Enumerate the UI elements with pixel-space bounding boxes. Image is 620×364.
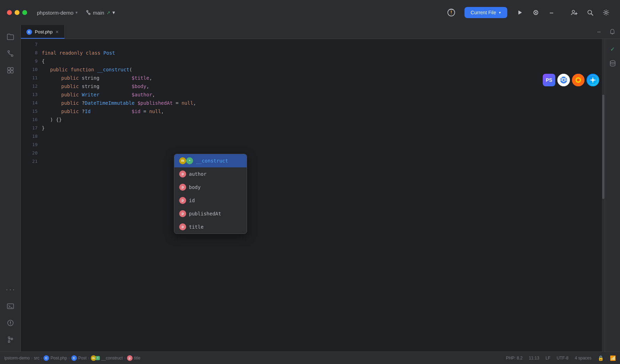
run-config-button[interactable]: Current File ▾ bbox=[464, 7, 507, 18]
status-path-src[interactable]: src bbox=[34, 356, 39, 361]
svg-point-6 bbox=[572, 10, 575, 13]
warning-icon bbox=[447, 8, 455, 17]
svg-rect-14 bbox=[11, 71, 13, 73]
debug-icon bbox=[533, 9, 539, 16]
status-bar: ipstorm-demo › src › C Post.php › C Post… bbox=[0, 351, 620, 364]
sidebar-item-terminal[interactable] bbox=[3, 299, 18, 314]
firefox-app-icon bbox=[572, 74, 585, 86]
settings-icon bbox=[603, 9, 610, 16]
svg-rect-12 bbox=[11, 68, 13, 70]
status-position[interactable]: 11:13 bbox=[529, 356, 539, 361]
search-button[interactable] bbox=[583, 6, 597, 19]
notification-bell-button[interactable] bbox=[605, 25, 620, 39]
tab-file-icon: C bbox=[26, 29, 32, 35]
status-path-project[interactable]: ipstorm-demo bbox=[4, 356, 30, 361]
status-indent[interactable]: 4 spaces bbox=[575, 356, 591, 361]
line-numbers: 7 8 9 10 11 💡 12 13 14 15 16 17 18 19 20 bbox=[21, 39, 42, 351]
status-encoding[interactable]: UTF-8 bbox=[557, 356, 569, 361]
phpstorm-icon-label: PS bbox=[546, 77, 553, 83]
code-line-14: public ?DateTimeImmutable $publishedAt =… bbox=[42, 99, 602, 107]
autocomplete-label-id: id bbox=[189, 196, 195, 205]
add-user-icon bbox=[571, 9, 578, 16]
checkmark-icon: ✓ bbox=[611, 45, 614, 53]
sidebar-item-git[interactable] bbox=[3, 332, 18, 347]
status-path-method[interactable]: __construct bbox=[101, 356, 123, 361]
status-lock-icon[interactable]: 🔒 bbox=[598, 355, 604, 361]
autocomplete-method-icon: m bbox=[179, 157, 186, 164]
svg-point-18 bbox=[8, 337, 10, 339]
autocomplete-visibility-icon: + bbox=[186, 157, 193, 164]
titlebar-right-icons bbox=[567, 6, 613, 19]
autocomplete-label-publishedat: publishedAt bbox=[189, 209, 221, 218]
autocomplete-label-body: body bbox=[189, 183, 201, 191]
autocomplete-item-title[interactable]: p title bbox=[174, 220, 247, 234]
tab-post-php[interactable]: C Post.php ✕ bbox=[21, 25, 65, 39]
autocomplete-item-publishedat[interactable]: p publishedAt bbox=[174, 207, 247, 220]
svg-point-19 bbox=[8, 341, 10, 343]
tab-bar-menu-button[interactable]: ⋯ bbox=[593, 25, 605, 39]
titlebar-actions: ⋯ bbox=[513, 6, 559, 19]
code-line-18 bbox=[42, 132, 602, 141]
tab-close-button[interactable]: ✕ bbox=[55, 30, 59, 34]
sidebar-item-folder[interactable] bbox=[3, 29, 18, 45]
debug-button[interactable] bbox=[529, 6, 543, 19]
status-php-version[interactable]: PHP: 8.2 bbox=[506, 356, 523, 361]
run-button[interactable] bbox=[513, 6, 527, 19]
status-param-icon: p bbox=[127, 355, 133, 361]
chrome-app-icon bbox=[557, 74, 570, 86]
scrollbar-thumb[interactable] bbox=[602, 95, 604, 199]
status-right: PHP: 8.2 11:13 LF UTF-8 4 spaces 🔒 📶 bbox=[506, 355, 616, 361]
notifications-icon[interactable] bbox=[444, 5, 459, 20]
autocomplete-dropdown[interactable]: m + __construct p author p body bbox=[174, 154, 247, 234]
status-path-param[interactable]: title bbox=[134, 356, 141, 361]
run-config-chevron-icon: ▾ bbox=[499, 10, 501, 15]
autocomplete-item-body[interactable]: p body bbox=[174, 181, 247, 194]
autocomplete-item-construct[interactable]: m + __construct bbox=[174, 154, 247, 167]
project-dropdown-icon: ▾ bbox=[75, 10, 78, 15]
status-line-ending[interactable]: LF bbox=[546, 356, 550, 361]
autocomplete-item-author[interactable]: p author bbox=[174, 167, 247, 181]
more-button[interactable]: ⋯ bbox=[545, 6, 559, 19]
status-file-icon: C bbox=[43, 355, 49, 361]
sidebar-item-vcs[interactable] bbox=[3, 46, 18, 61]
status-path-file[interactable]: Post.php bbox=[50, 356, 67, 361]
vcs-icon bbox=[7, 50, 14, 57]
code-line-12: public string $body, bbox=[42, 82, 602, 90]
code-line-21 bbox=[42, 157, 602, 166]
autocomplete-item-id[interactable]: p id bbox=[174, 194, 247, 207]
tab-bar: C Post.php ✕ ⋯ bbox=[21, 25, 620, 39]
status-path-class[interactable]: Post bbox=[78, 356, 87, 361]
tab-label: Post.php bbox=[35, 29, 53, 34]
titlebar: phpstorm-demo ▾ main ↗ ▾ Current File ▾ bbox=[0, 0, 620, 25]
settings-button[interactable] bbox=[599, 6, 613, 19]
code-line-19 bbox=[42, 141, 602, 149]
svg-point-24 bbox=[563, 79, 565, 81]
sidebar-item-plugins[interactable] bbox=[3, 63, 18, 78]
database-icon bbox=[609, 60, 616, 67]
autocomplete-prop-icon-title: p bbox=[179, 223, 186, 230]
autocomplete-label-author: author bbox=[189, 170, 207, 178]
code-line-11: public string $title, bbox=[42, 74, 602, 82]
code-content[interactable]: final readonly class Post { public funct… bbox=[42, 39, 602, 351]
svg-point-0 bbox=[87, 10, 88, 12]
scrollbar[interactable] bbox=[602, 39, 605, 351]
more-icon: ⋯ bbox=[550, 9, 554, 16]
right-sidebar-database[interactable] bbox=[606, 57, 619, 70]
branch-dropdown-icon: ▾ bbox=[112, 9, 115, 16]
sidebar-item-more[interactable]: ··· bbox=[3, 282, 18, 297]
branch-info[interactable]: main ↗ ▾ bbox=[86, 9, 115, 16]
close-button[interactable] bbox=[7, 10, 12, 15]
maximize-button[interactable] bbox=[22, 10, 27, 15]
code-editor[interactable]: 7 8 9 10 11 💡 12 13 14 15 16 17 18 19 20 bbox=[21, 39, 605, 351]
code-line-13: public Writer $author, bbox=[42, 90, 602, 99]
svg-point-9 bbox=[8, 51, 9, 53]
add-user-button[interactable] bbox=[567, 6, 581, 19]
code-line-7 bbox=[42, 40, 602, 49]
status-signal-icon[interactable]: 📶 bbox=[610, 355, 616, 361]
sidebar-item-problems[interactable] bbox=[3, 315, 18, 331]
minimize-button[interactable] bbox=[15, 10, 19, 15]
right-sidebar: ✓ bbox=[605, 39, 620, 351]
folder-icon bbox=[7, 33, 14, 41]
project-name[interactable]: phpstorm-demo ▾ bbox=[37, 10, 78, 16]
project-name-label: phpstorm-demo bbox=[37, 10, 73, 16]
